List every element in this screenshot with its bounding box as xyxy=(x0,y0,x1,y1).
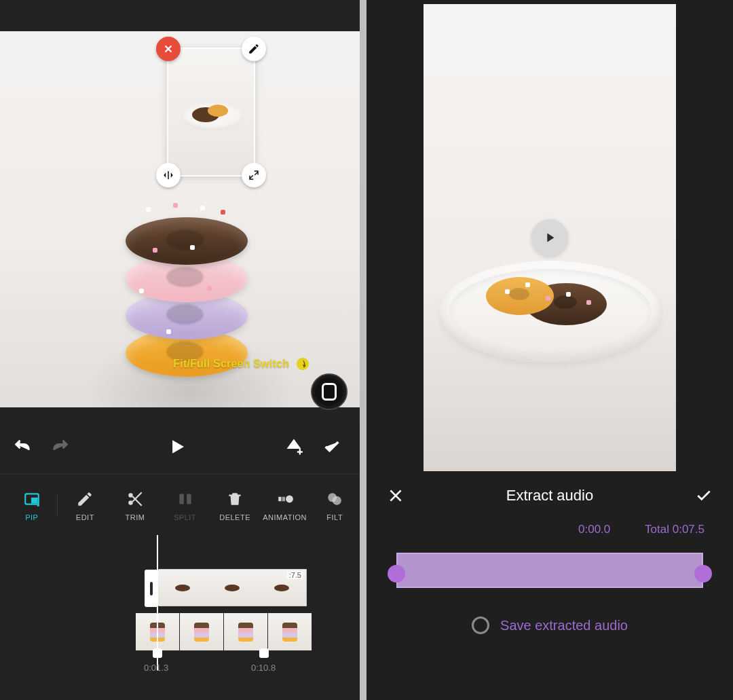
apply-button[interactable] xyxy=(694,485,714,506)
editor-panel: Fit/Full Screen Switch xyxy=(0,0,360,700)
add-keyframe-button[interactable]: + xyxy=(282,435,305,458)
timeline-marker-2[interactable] xyxy=(259,648,269,658)
save-radio[interactable] xyxy=(472,616,489,634)
svg-rect-5 xyxy=(179,494,184,504)
tool-animation-label: ANIMATION xyxy=(263,513,307,521)
clip-trim-handle[interactable] xyxy=(145,570,158,607)
range-bar[interactable] xyxy=(396,553,703,588)
svg-point-9 xyxy=(286,495,293,502)
total-time: Total 0:07.5 xyxy=(645,523,704,536)
panel-divider xyxy=(360,0,366,700)
pip-overlay[interactable] xyxy=(167,48,255,177)
svg-rect-7 xyxy=(278,496,281,501)
filter-icon xyxy=(324,489,345,509)
hint-arrow-icon xyxy=(293,354,312,373)
audio-range-selector[interactable] xyxy=(391,546,709,593)
preview-donut-orange xyxy=(486,277,554,315)
pip-icon xyxy=(22,489,42,509)
clip-duration-badge: :7.5 xyxy=(287,571,303,579)
tool-pip[interactable]: PIP xyxy=(7,489,57,521)
save-label: Save extracted audio xyxy=(500,618,628,633)
playback-controls: + xyxy=(0,420,360,474)
svg-text:+: + xyxy=(297,446,303,456)
play-button[interactable] xyxy=(166,435,189,458)
pip-edit-button[interactable] xyxy=(242,37,266,61)
extract-audio-panel: Extract audio 0:00.0 Total 0:07.5 Save e… xyxy=(366,0,733,700)
extract-header: Extract audio xyxy=(366,471,733,520)
pip-delete-button[interactable] xyxy=(156,37,181,61)
save-extracted-row[interactable]: Save extracted audio xyxy=(366,616,733,634)
trash-icon xyxy=(225,489,245,509)
tool-trim[interactable]: TRIM xyxy=(110,489,160,521)
tool-pip-label: PIP xyxy=(25,513,38,521)
tool-strip[interactable]: PIP EDIT TRIM SPLIT xyxy=(0,474,360,535)
svg-rect-8 xyxy=(282,496,284,501)
timeline-time-1: 0:01.3 xyxy=(144,663,168,673)
tool-trim-label: TRIM xyxy=(125,513,145,521)
svg-point-11 xyxy=(333,496,341,504)
timeline[interactable]: :7.5 0:01.3 0:10.8 xyxy=(0,535,360,700)
pip-flip-button[interactable] xyxy=(156,163,181,187)
tool-split-label: SPLIT xyxy=(174,513,196,521)
fit-fullscreen-toggle[interactable] xyxy=(311,373,347,410)
time-row: 0:00.0 Total 0:07.5 xyxy=(366,523,733,536)
timeline-clip-main[interactable] xyxy=(136,613,312,650)
svg-point-4 xyxy=(128,500,133,505)
fit-hint-text: Fit/Full Screen Switch xyxy=(173,358,289,370)
timeline-clip-pip[interactable]: :7.5 xyxy=(157,569,307,606)
close-button[interactable] xyxy=(386,485,406,506)
pencil-icon xyxy=(75,489,95,509)
redo-button[interactable] xyxy=(49,435,72,458)
svg-point-3 xyxy=(128,493,133,498)
tool-edit-label: EDIT xyxy=(76,513,94,521)
tool-edit[interactable]: EDIT xyxy=(60,489,111,521)
fit-fullscreen-hint: Fit/Full Screen Switch xyxy=(173,354,312,373)
preview-canvas[interactable]: Fit/Full Screen Switch xyxy=(0,0,360,420)
preview-play-button[interactable] xyxy=(531,219,568,256)
confirm-button[interactable] xyxy=(320,435,343,458)
svg-rect-2 xyxy=(32,498,37,502)
split-icon xyxy=(175,489,195,509)
range-handle-start[interactable] xyxy=(388,565,405,583)
range-handle-end[interactable] xyxy=(694,565,712,583)
tool-split: SPLIT xyxy=(160,489,210,521)
panel-title: Extract audio xyxy=(506,487,593,504)
tool-delete-label: DELETE xyxy=(219,513,250,521)
donut-stack-image xyxy=(126,200,248,377)
tool-animation[interactable]: ANIMATION xyxy=(260,489,310,521)
undo-button[interactable] xyxy=(11,435,34,458)
timeline-time-2: 0:10.8 xyxy=(251,663,276,673)
video-preview[interactable] xyxy=(424,4,676,471)
tool-delete[interactable]: DELETE xyxy=(210,489,260,521)
animation-icon xyxy=(275,489,295,509)
svg-rect-6 xyxy=(187,494,191,504)
aspect-icon xyxy=(322,383,337,401)
scissors-icon xyxy=(125,489,145,509)
timeline-marker-1[interactable] xyxy=(153,648,162,658)
tool-filter-label: FILT xyxy=(326,513,343,521)
pip-scale-handle[interactable] xyxy=(242,163,266,187)
app-root: Fit/Full Screen Switch xyxy=(0,0,733,700)
tool-filter[interactable]: FILT xyxy=(309,489,360,521)
tool-divider xyxy=(57,494,58,517)
current-time: 0:00.0 xyxy=(578,523,610,536)
